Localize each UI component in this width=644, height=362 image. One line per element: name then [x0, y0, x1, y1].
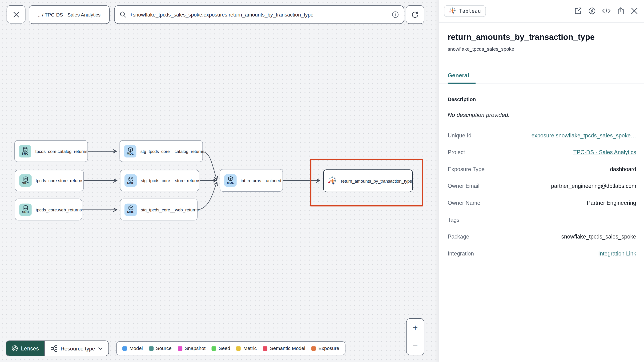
dbt-explorer-lineage-app: .. / TPC-DS - Sales Analytics — [0, 0, 644, 362]
search-input[interactable] — [130, 12, 388, 18]
integration-link[interactable]: Integration Link — [598, 251, 636, 257]
model-cube-icon — [228, 176, 233, 182]
exposure-fields: Unique Id exposure.snowflake_tpcds_sales… — [439, 118, 644, 262]
semantic-model-color-swatch — [263, 346, 268, 350]
source-badge: SRC — [19, 145, 31, 157]
source-color-swatch — [149, 346, 154, 350]
model-cube-icon — [128, 205, 134, 211]
exposure-color-swatch — [312, 346, 316, 350]
panel-header: Tableau — [439, 0, 644, 23]
model-cube-icon — [128, 176, 134, 182]
snapshot-color-swatch — [178, 346, 182, 350]
tableau-icon — [328, 176, 336, 185]
breadcrumb-label: .. / TPC-DS - Sales Analytics — [38, 12, 100, 18]
graph-node-tpcds_core-web_returns[interactable]: SRC tpcds_core.web_returns — [15, 199, 82, 220]
field-row-package: Package snowflake_tpcds_sales_spoke — [448, 228, 636, 245]
resource-type-dropdown[interactable]: Resource type — [44, 341, 109, 356]
database-icon — [23, 176, 28, 182]
graph-node-stg_tpcds_core__web_returns[interactable]: MDL stg_tpcds_core__web_returns — [120, 199, 198, 220]
graph-node-tpcds_core-store_returns[interactable]: SRC tpcds_core.store_returns — [15, 170, 84, 191]
model-badge: MDL — [224, 174, 236, 187]
graph-node-return_amounts_by_transaction_type[interactable]: return_amounts_by_transaction_type — [323, 169, 412, 192]
legend-item-snapshot: Snapshot — [178, 345, 206, 351]
integration-badge-label: Tableau — [459, 8, 481, 14]
legend-item-semantic-model: Semantic Model — [263, 345, 305, 351]
metric-color-swatch — [236, 346, 241, 350]
graph-node-tpcds_core-catalog_returns[interactable]: SRC tpcds_core.catalog_returns — [14, 140, 88, 162]
package-value: snowflake_tpcds_sales_spoke — [562, 234, 636, 240]
resource-type-label: Resource type — [60, 345, 95, 351]
field-row-exposure-type: Exposure Type dashboard — [448, 161, 636, 178]
model-color-swatch — [122, 346, 127, 350]
model-badge: MDL — [124, 145, 136, 157]
lineage-canvas[interactable]: .. / TPC-DS - Sales Analytics — [0, 0, 439, 362]
model-badge: MDL — [124, 203, 137, 216]
description-label: Description — [439, 83, 644, 102]
database-icon — [22, 147, 28, 152]
project-link[interactable]: TPC-DS - Sales Analytics — [574, 149, 636, 155]
zoom-controls: + − — [406, 318, 424, 355]
resource-type-legend: Model Source Snapshot Seed Metric Semant… — [116, 341, 345, 355]
tableau-icon — [449, 7, 456, 14]
legend-item-model: Model — [122, 345, 143, 351]
plus-icon: + — [412, 323, 418, 332]
exposure-package-subtitle: snowflake_tpcds_sales_spoke — [439, 42, 644, 52]
field-row-project: Project TPC-DS - Sales Analytics — [448, 144, 636, 161]
source-badge: SRC — [19, 203, 32, 216]
exposure-type-value: dashboard — [610, 166, 636, 172]
source-badge: SRC — [19, 174, 32, 187]
code-icon[interactable] — [602, 7, 611, 15]
zoom-in-button[interactable]: + — [406, 319, 424, 337]
share-icon[interactable] — [616, 7, 625, 15]
seed-color-swatch — [212, 346, 216, 350]
panel-actions — [574, 7, 638, 15]
field-row-integration: Integration Integration Link — [448, 245, 636, 262]
field-row-tags: Tags — [448, 211, 636, 228]
close-icon — [12, 11, 20, 18]
exposure-details-panel: Tableau — [439, 0, 644, 362]
chevron-down-icon — [98, 347, 103, 350]
legend-item-metric: Metric — [236, 345, 257, 351]
lenses-button[interactable]: Lenses — [6, 341, 44, 356]
legend-item-source: Source — [149, 345, 172, 351]
legend-item-seed: Seed — [212, 345, 230, 351]
info-icon[interactable] — [392, 11, 399, 18]
graph-node-int_returns__unioned[interactable]: MDL int_returns__unioned — [220, 169, 283, 192]
zoom-out-button[interactable]: − — [406, 337, 424, 355]
breadcrumb[interactable]: .. / TPC-DS - Sales Analytics — [29, 6, 110, 24]
search-icon — [120, 11, 127, 18]
model-cube-icon — [128, 147, 133, 152]
resource-type-icon — [50, 345, 58, 352]
lenses-control-group: Lenses Resource type — [6, 340, 109, 356]
database-icon — [23, 205, 28, 211]
aperture-icon — [12, 345, 18, 352]
unique-id-link[interactable]: exposure.snowflake_tpcds_sales_spoke… — [532, 132, 636, 139]
lenses-label: Lenses — [21, 345, 39, 351]
model-badge: MDL — [124, 174, 137, 187]
tab-general[interactable]: General — [448, 72, 476, 83]
field-row-owner-email: Owner Email partner_engineering@dbtlabs.… — [448, 178, 636, 195]
description-value: No description provided. — [439, 102, 644, 118]
close-panel-icon[interactable] — [630, 7, 638, 15]
close-lineage-button[interactable] — [6, 6, 26, 24]
graph-node-stg_tpcds_core__catalog_returns[interactable]: MDL stg_tpcds_core__catalog_returns — [120, 140, 203, 162]
legend-item-exposure: Exposure — [312, 345, 339, 351]
open-external-icon[interactable] — [574, 7, 582, 15]
refresh-icon — [411, 11, 419, 18]
exposure-title: return_amounts_by_transaction_type — [439, 23, 644, 42]
field-row-unique-id: Unique Id exposure.snowflake_tpcds_sales… — [448, 127, 636, 144]
compass-icon[interactable] — [588, 7, 596, 15]
owner-email-value: partner_engineering@dbtlabs.com — [551, 183, 636, 189]
lineage-search-bar — [114, 6, 404, 24]
refresh-graph-button[interactable] — [406, 6, 424, 24]
panel-tabs: General — [439, 72, 644, 84]
graph-node-stg_tpcds_core__store_returns[interactable]: MDL stg_tpcds_core__store_returns — [120, 170, 199, 191]
minus-icon: − — [412, 341, 418, 351]
tableau-badge[interactable]: Tableau — [444, 5, 486, 17]
owner-name-value: Partner Engineering — [587, 200, 636, 206]
field-row-owner-name: Owner Name Partner Engineering — [448, 195, 636, 211]
